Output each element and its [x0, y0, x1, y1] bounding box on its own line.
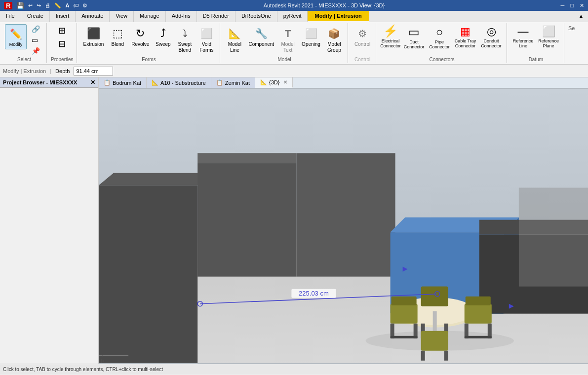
- sweep-icon: ⤴: [155, 26, 171, 41]
- svg-marker-3: [99, 173, 212, 185]
- window-minimize[interactable]: ─: [561, 2, 565, 9]
- depth-input[interactable]: [74, 67, 113, 75]
- tab-a10-substructure[interactable]: 📐 A10 - Substructure: [147, 77, 211, 88]
- select-underlay-btn[interactable]: ▭: [30, 35, 43, 45]
- svg-rect-29: [421, 287, 448, 306]
- project-browser-title: Project Browser - MIESXXXX: [3, 79, 77, 85]
- window-close[interactable]: ✕: [580, 2, 584, 9]
- svg-marker-5: [197, 153, 296, 163]
- quick-access-save[interactable]: 💾: [16, 2, 24, 9]
- statusbar: Click to select, TAB to cycle through el…: [0, 364, 588, 375]
- tab-annotate[interactable]: Annotate: [76, 11, 110, 22]
- quick-access-redo[interactable]: ↪: [37, 2, 41, 9]
- duct-connector-btn[interactable]: ▭ DuctConnector: [402, 24, 427, 51]
- tab-pyrevit[interactable]: pyRevit: [277, 11, 308, 22]
- revolve-icon: ↻: [132, 26, 148, 41]
- datum-items: — ReferenceLine ⬜ ReferencePlane: [511, 24, 561, 56]
- svg-rect-6: [296, 153, 395, 276]
- pipe-connector-btn[interactable]: ○ PipeConnector: [427, 24, 452, 51]
- select-label: Select: [17, 57, 31, 62]
- reference-plane-icon: ⬜: [542, 25, 555, 38]
- control-btn: ⚙ Control: [352, 24, 373, 49]
- tab-3d-close[interactable]: ✕: [283, 79, 287, 85]
- tab-bodrum-icon: 📋: [104, 79, 111, 86]
- tab-insert[interactable]: Insert: [50, 11, 76, 22]
- void-forms-btn[interactable]: ⬜ VoidForms: [196, 24, 217, 55]
- quick-access-more[interactable]: ⚙: [82, 2, 87, 9]
- tab-add-ins[interactable]: Add-Ins: [166, 11, 197, 22]
- properties-items: ⊞ ⊟: [56, 24, 68, 56]
- type-properties-btn[interactable]: ⊟: [56, 38, 68, 50]
- cable-tray-connector-icon: ▦: [460, 25, 470, 38]
- component-btn[interactable]: 🔧 Component: [246, 24, 276, 49]
- titlebar-controls: ─ □ ✕: [561, 2, 584, 9]
- depth-label: Depth: [55, 68, 70, 74]
- modify-icon: ✏️: [8, 26, 24, 42]
- ribbon-content: ✏️ Modify 🔗 ▭ 📌 Sele: [0, 22, 588, 64]
- svg-rect-24: [465, 304, 492, 324]
- properties-btn[interactable]: ⊞: [56, 24, 68, 37]
- tab-diroots[interactable]: DiRootsOne: [235, 11, 277, 22]
- model-items: 📐 ModelLine 🔧 Component T ModelText ⬜ Op…: [224, 24, 345, 56]
- titlebar-left: R 💾 ↩ ↪ 🖨 📏 A 🏷 ⚙: [4, 2, 87, 9]
- ribbon-group-control: ⚙ Control Control: [349, 23, 376, 63]
- model-text-icon: T: [280, 26, 296, 41]
- quick-access-undo[interactable]: ↩: [28, 2, 33, 9]
- component-icon: 🔧: [253, 26, 269, 41]
- model-text-btn[interactable]: T ModelText: [277, 24, 298, 55]
- reference-plane-btn[interactable]: ⬜ ReferencePlane: [536, 24, 561, 50]
- quick-access-measure[interactable]: 📏: [54, 2, 61, 9]
- svg-rect-25: [466, 297, 491, 305]
- conduit-connector-icon: ◎: [487, 25, 496, 38]
- quick-access-tag[interactable]: 🏷: [73, 2, 78, 8]
- canvas-area[interactable]: 225.03 cm ▷ ↑: [99, 88, 588, 364]
- select-pinned-btn[interactable]: 📌: [30, 46, 43, 56]
- model-group-btn[interactable]: 📦 ModelGroup: [324, 24, 345, 55]
- tab-modify-extrusion[interactable]: Modify | Extrusion: [308, 11, 369, 22]
- project-browser-header: Project Browser - MIESXXXX ✕: [0, 77, 98, 88]
- project-browser-close[interactable]: ✕: [90, 79, 95, 86]
- extrusion-btn[interactable]: ⬛ Extrusion: [81, 24, 107, 49]
- tab-a10-icon: 📐: [152, 79, 158, 86]
- tab-bodrum-kat[interactable]: 📋 Bodrum Kat: [99, 77, 147, 88]
- tab-manage[interactable]: Manage: [134, 11, 166, 22]
- tab-view[interactable]: View: [110, 11, 134, 22]
- view-tabs: 📋 Bodrum Kat 📐 A10 - Substructure 📋 Zemi…: [99, 77, 588, 88]
- duct-connector-icon: ▭: [408, 25, 420, 39]
- connectors-label: Connectors: [429, 57, 454, 62]
- select-links-btn[interactable]: 🔗: [30, 24, 43, 34]
- extrusion-icon: ⬛: [85, 26, 101, 41]
- control-label: Control: [354, 57, 370, 62]
- opening-btn[interactable]: ⬜ Opening: [299, 24, 323, 49]
- forms-label: Forms: [142, 57, 156, 62]
- tab-create[interactable]: Create: [21, 11, 50, 22]
- tab-3d[interactable]: 📐 {3D} ✕: [255, 77, 293, 88]
- tab-d5render[interactable]: D5 Render: [197, 11, 235, 22]
- ribbon-group-select: ✏️ Modify 🔗 ▭ 📌 Sele: [2, 23, 47, 63]
- ribbon-more: Se: [565, 23, 578, 33]
- quick-access-print[interactable]: 🖨: [45, 2, 50, 8]
- svg-rect-19: [391, 304, 418, 324]
- tab-file[interactable]: File: [0, 11, 21, 22]
- ribbon: File Create Insert Annotate View Manage …: [0, 11, 588, 65]
- conduit-connector-btn[interactable]: ◎ ConduitConnector: [479, 24, 504, 50]
- sweep-btn[interactable]: ⤴ Sweep: [153, 24, 173, 49]
- tab-zemin-kat[interactable]: 📋 Zemin Kat: [211, 77, 255, 88]
- connectors-items: ⚡ ElectricalConnector ▭ DuctConnector ○ …: [380, 24, 504, 56]
- cable-tray-connector-btn[interactable]: ▦ Cable TrayConnector: [453, 24, 478, 50]
- quick-access-text[interactable]: A: [65, 2, 69, 8]
- window-maximize[interactable]: □: [570, 2, 574, 9]
- swept-blend-btn[interactable]: ⤵ SweptBlend: [174, 24, 195, 55]
- modify-breadcrumb: Modify | Extrusion: [3, 68, 46, 74]
- modify-btn[interactable]: ✏️ Modify: [5, 24, 27, 49]
- model-line-icon: 📐: [227, 26, 242, 41]
- status-text: Click to select, TAB to cycle through el…: [3, 367, 163, 372]
- revolve-btn[interactable]: ↻ Revolve: [129, 24, 152, 49]
- opening-icon: ⬜: [303, 26, 319, 41]
- model-line-btn[interactable]: 📐 ModelLine: [224, 24, 245, 55]
- reference-line-btn[interactable]: — ReferenceLine: [511, 24, 536, 50]
- ribbon-collapse[interactable]: ▲: [574, 11, 588, 22]
- svg-rect-35: [444, 351, 448, 361]
- blend-btn[interactable]: ⬚ Blend: [107, 24, 128, 49]
- svg-rect-33: [421, 331, 448, 351]
